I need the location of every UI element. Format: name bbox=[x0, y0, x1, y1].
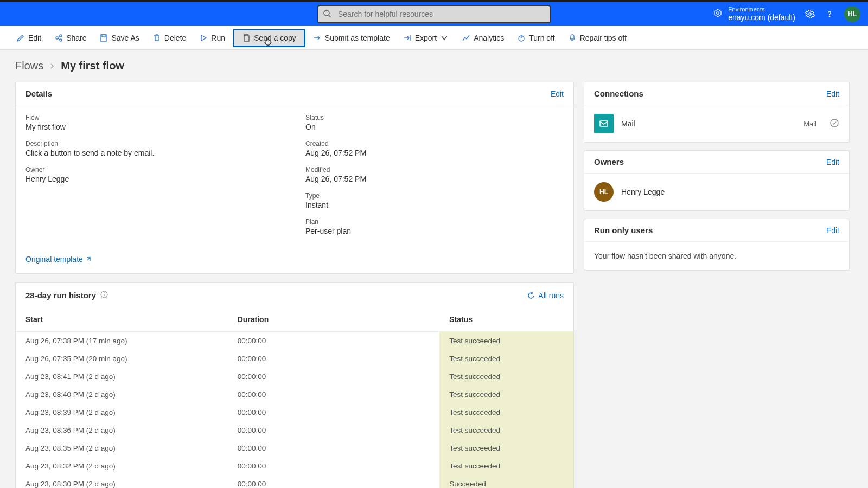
run-start: Aug 26, 07:38 PM (17 min ago) bbox=[16, 332, 228, 350]
svg-point-4 bbox=[829, 16, 830, 17]
details-title: Details bbox=[25, 89, 52, 98]
svg-point-7 bbox=[60, 39, 62, 41]
help-icon[interactable] bbox=[825, 9, 834, 19]
table-row[interactable]: Aug 23, 08:32 PM (2 d ago)00:00:00Test s… bbox=[16, 457, 573, 475]
search-input[interactable] bbox=[317, 5, 551, 23]
info-icon[interactable] bbox=[100, 291, 108, 300]
run-start: Aug 23, 08:41 PM (2 d ago) bbox=[16, 368, 228, 386]
environment-name: enayu.com (default) bbox=[728, 13, 795, 22]
flow-value: My first flow bbox=[25, 123, 284, 131]
external-link-icon bbox=[85, 256, 92, 262]
settings-icon[interactable] bbox=[805, 9, 815, 19]
run-duration: 00:00:00 bbox=[228, 421, 440, 439]
col-start[interactable]: Start bbox=[16, 307, 228, 332]
chevron-down-icon bbox=[440, 34, 449, 42]
export-button[interactable]: Export bbox=[398, 30, 454, 46]
run-status: Test succeeded bbox=[439, 332, 573, 350]
run-start: Aug 23, 08:30 PM (2 d ago) bbox=[16, 475, 228, 488]
svg-rect-12 bbox=[244, 36, 249, 41]
run-duration: 00:00:00 bbox=[228, 457, 440, 475]
details-card: Details Edit Flow My first flow Descript… bbox=[15, 82, 574, 274]
run-start: Aug 26, 07:35 PM (20 min ago) bbox=[16, 350, 228, 368]
table-row[interactable]: Aug 23, 08:36 PM (2 d ago)00:00:00Test s… bbox=[16, 421, 573, 439]
status-label: Status bbox=[305, 114, 564, 121]
modified-value: Aug 26, 07:52 PM bbox=[305, 175, 564, 183]
mail-icon bbox=[594, 114, 614, 133]
created-label: Created bbox=[305, 140, 564, 147]
analytics-button[interactable]: Analytics bbox=[456, 30, 509, 46]
run-status: Test succeeded bbox=[439, 368, 573, 386]
details-edit-link[interactable]: Edit bbox=[551, 89, 564, 98]
original-template-link[interactable]: Original template bbox=[25, 255, 92, 264]
command-bar: Edit Share Save As Delete Run Send a cop… bbox=[0, 26, 868, 50]
run-button[interactable]: Run bbox=[194, 30, 231, 46]
description-value: Click a button to send a note by email. bbox=[25, 149, 284, 157]
run-start: Aug 23, 08:36 PM (2 d ago) bbox=[16, 421, 228, 439]
run-only-edit-link[interactable]: Edit bbox=[826, 226, 839, 235]
svg-point-5 bbox=[56, 37, 58, 39]
description-label: Description bbox=[25, 140, 284, 147]
search-icon bbox=[323, 9, 331, 20]
run-only-users-card: Run only users Edit Your flow hasn't bee… bbox=[584, 219, 850, 271]
run-status: Test succeeded bbox=[439, 350, 573, 368]
table-row[interactable]: Aug 23, 08:40 PM (2 d ago)00:00:00Test s… bbox=[16, 386, 573, 403]
status-value: On bbox=[305, 123, 564, 131]
table-row[interactable]: Aug 23, 08:35 PM (2 d ago)00:00:00Test s… bbox=[16, 439, 573, 457]
svg-rect-10 bbox=[100, 35, 107, 41]
connection-type: Mail bbox=[803, 120, 822, 128]
owner-label: Owner bbox=[25, 166, 284, 174]
owners-edit-link[interactable]: Edit bbox=[826, 158, 839, 166]
connection-name: Mail bbox=[621, 119, 635, 128]
table-row[interactable]: Aug 23, 08:39 PM (2 d ago)00:00:00Test s… bbox=[16, 403, 573, 421]
connections-edit-link[interactable]: Edit bbox=[826, 89, 839, 98]
run-duration: 00:00:00 bbox=[228, 386, 440, 403]
col-status[interactable]: Status bbox=[439, 307, 573, 332]
delete-button[interactable]: Delete bbox=[147, 30, 192, 46]
col-duration[interactable]: Duration bbox=[228, 307, 440, 332]
edit-button[interactable]: Edit bbox=[11, 30, 47, 46]
svg-line-1 bbox=[329, 15, 331, 17]
connection-item[interactable]: Mail Mail bbox=[584, 105, 849, 142]
created-value: Aug 26, 07:52 PM bbox=[305, 149, 564, 157]
turn-off-button[interactable]: Turn off bbox=[512, 30, 560, 46]
all-runs-link[interactable]: All runs bbox=[527, 291, 564, 300]
run-duration: 00:00:00 bbox=[228, 439, 440, 457]
environment-label: Environments bbox=[728, 6, 795, 13]
run-status: Test succeeded bbox=[439, 403, 573, 421]
run-status: Test succeeded bbox=[439, 457, 573, 475]
owner-item[interactable]: HL Henry Legge bbox=[584, 174, 849, 210]
breadcrumb: Flows My first flow bbox=[0, 50, 868, 75]
breadcrumb-current: My first flow bbox=[61, 60, 124, 72]
send-copy-button[interactable]: Send a copy bbox=[233, 29, 305, 47]
owner-value: Henry Legge bbox=[25, 175, 284, 183]
run-duration: 00:00:00 bbox=[228, 332, 440, 350]
svg-point-0 bbox=[324, 10, 329, 16]
svg-point-6 bbox=[60, 35, 62, 37]
submit-template-button[interactable]: Submit as template bbox=[308, 30, 395, 46]
share-button[interactable]: Share bbox=[49, 30, 92, 46]
top-bar: Environments enayu.com (default) HL bbox=[0, 0, 868, 26]
run-status: Test succeeded bbox=[439, 386, 573, 403]
run-start: Aug 23, 08:40 PM (2 d ago) bbox=[16, 386, 228, 403]
plan-value: Per-user plan bbox=[305, 227, 564, 235]
chevron-right-icon bbox=[49, 60, 55, 72]
run-duration: 00:00:00 bbox=[228, 368, 440, 386]
user-avatar[interactable]: HL bbox=[844, 6, 860, 22]
type-label: Type bbox=[305, 192, 564, 200]
environment-picker[interactable]: Environments enayu.com (default) bbox=[713, 6, 795, 22]
run-start: Aug 23, 08:32 PM (2 d ago) bbox=[16, 457, 228, 475]
modified-label: Modified bbox=[305, 166, 564, 174]
environment-icon bbox=[713, 8, 723, 20]
svg-point-27 bbox=[831, 119, 838, 127]
table-row[interactable]: Aug 23, 08:41 PM (2 d ago)00:00:00Test s… bbox=[16, 368, 573, 386]
repair-tips-button[interactable]: Repair tips off bbox=[563, 30, 632, 46]
svg-point-2 bbox=[717, 12, 719, 15]
breadcrumb-root[interactable]: Flows bbox=[15, 60, 43, 72]
search-container bbox=[317, 5, 551, 23]
table-row[interactable]: Aug 23, 08:30 PM (2 d ago)00:00:00Succee… bbox=[16, 475, 573, 488]
table-row[interactable]: Aug 26, 07:38 PM (17 min ago)00:00:00Tes… bbox=[16, 332, 573, 350]
save-as-button[interactable]: Save As bbox=[94, 30, 144, 46]
owner-name: Henry Legge bbox=[621, 188, 665, 196]
table-row[interactable]: Aug 26, 07:35 PM (20 min ago)00:00:00Tes… bbox=[16, 350, 573, 368]
svg-line-8 bbox=[58, 36, 60, 37]
